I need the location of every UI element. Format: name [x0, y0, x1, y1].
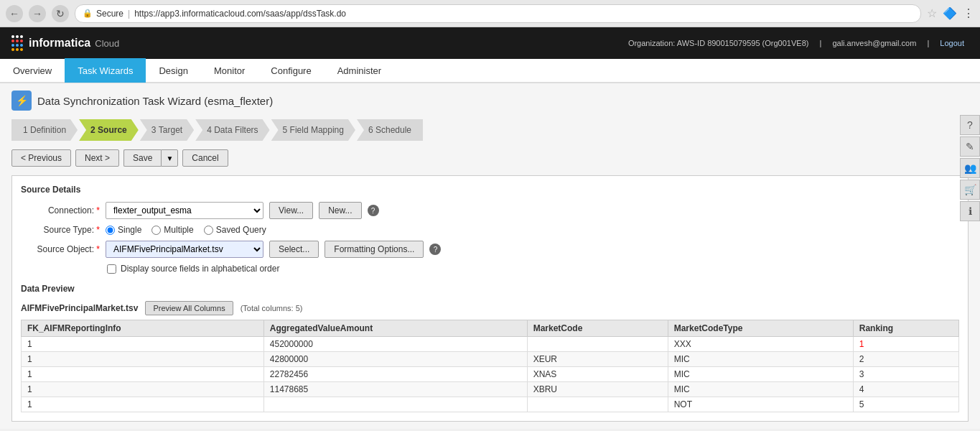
- step-data-filters[interactable]: 4 Data Filters: [195, 119, 269, 141]
- reload-button[interactable]: ↻: [52, 5, 69, 22]
- col-header-market-code-type: MarketCodeType: [668, 320, 853, 337]
- help-sidebar-icon[interactable]: ?: [960, 115, 980, 135]
- table-row: 142800000XEURMIC2: [22, 352, 959, 367]
- table-cell: XEUR: [527, 352, 668, 367]
- col-header-fk: FK_AIFMReportingInfo: [22, 320, 264, 337]
- table-row: 111478685XBRUMIC4: [22, 382, 959, 397]
- source-type-label: Source Type: *: [21, 225, 100, 235]
- lock-icon: 🔒: [83, 9, 93, 18]
- step-schedule[interactable]: 6 Schedule: [357, 119, 423, 141]
- bookmark-icon[interactable]: ☆: [927, 6, 937, 20]
- logo-name: informatica: [29, 37, 90, 50]
- table-cell: 11478685: [263, 382, 527, 397]
- table-cell: 1: [22, 337, 264, 352]
- content-panel: Source Details Connection: * flexter_out…: [11, 175, 969, 422]
- save-button-group: Save ▼: [123, 149, 178, 167]
- formatting-options-button[interactable]: Formatting Options...: [325, 241, 424, 258]
- data-preview-section: Data Preview AIFMFivePrincipalMarket.tsv…: [21, 284, 959, 412]
- connection-row: Connection: * flexter_output_esma View..…: [21, 202, 959, 219]
- col-header-ranking: Ranking: [853, 320, 958, 337]
- secure-label: Secure: [96, 9, 123, 19]
- logo-area: informatica Cloud: [11, 35, 119, 51]
- connection-help-icon[interactable]: ?: [368, 205, 379, 216]
- step-target[interactable]: 3 Target: [140, 119, 194, 141]
- table-cell: MIC: [668, 382, 853, 397]
- url-text: https://app3.informaticacloud.com/saas/a…: [134, 9, 346, 19]
- step-definition[interactable]: 1 Definition: [11, 119, 78, 141]
- col-header-market-code: MarketCode: [527, 320, 668, 337]
- logo-dots: [11, 35, 24, 51]
- table-cell: 42800000: [263, 352, 527, 367]
- preview-all-columns-button[interactable]: Preview All Columns: [145, 301, 233, 315]
- user-email: gali.anvesh@gmail.com: [832, 39, 916, 47]
- table-cell: 1: [22, 397, 264, 412]
- edit-sidebar-icon[interactable]: ✎: [960, 136, 980, 157]
- toolbar: < Previous Next > Save ▼ Cancel: [11, 149, 969, 167]
- cancel-button[interactable]: Cancel: [182, 149, 228, 167]
- table-cell: [263, 397, 527, 412]
- org-info: Organization: AWS-ID 890015079595 (Org00…: [628, 39, 809, 47]
- connection-view-button[interactable]: View...: [269, 202, 313, 219]
- table-cell: 452000000: [263, 337, 527, 352]
- address-bar[interactable]: 🔒 Secure | https://app3.informaticacloud…: [75, 4, 921, 23]
- right-sidebar: ? ✎ 👥 🛒 ℹ: [960, 115, 980, 221]
- table-cell: 22782456: [263, 367, 527, 382]
- nav-design[interactable]: Design: [146, 58, 200, 83]
- alphabetical-label: Display source fields in alphabetical or…: [121, 264, 279, 274]
- forward-button[interactable]: →: [29, 5, 46, 22]
- next-button[interactable]: Next >: [75, 149, 119, 167]
- logout-link[interactable]: Logout: [940, 39, 964, 47]
- data-preview-title: Data Preview: [21, 284, 959, 294]
- step-field-mapping[interactable]: 5 Field Mapping: [271, 119, 355, 141]
- select-button[interactable]: Select...: [269, 241, 319, 258]
- table-cell: [527, 337, 668, 352]
- table-cell: 1: [22, 352, 264, 367]
- table-row: 122782456XNASMIC3: [22, 367, 959, 382]
- nav-task-wizards[interactable]: Task Wizards: [65, 58, 146, 83]
- connection-select[interactable]: flexter_output_esma: [106, 202, 263, 219]
- table-cell: MIC: [668, 367, 853, 382]
- nav-overview[interactable]: Overview: [0, 58, 65, 83]
- table-cell: 2: [853, 352, 958, 367]
- preview-filename: AIFMFivePrincipalMarket.tsv: [21, 303, 138, 313]
- table-row: 1452000000XXX1: [22, 337, 959, 352]
- nav-administer[interactable]: Administer: [325, 58, 394, 83]
- table-cell: 4: [853, 382, 958, 397]
- users-sidebar-icon[interactable]: 👥: [960, 158, 980, 178]
- menu-icon[interactable]: ⋮: [963, 6, 974, 20]
- previous-button[interactable]: < Previous: [11, 149, 71, 167]
- table-cell: 3: [853, 367, 958, 382]
- source-type-radio-group: Single Multiple Saved Query: [106, 225, 266, 235]
- source-object-select[interactable]: AIFMFivePrincipalMarket.tsv: [106, 241, 263, 258]
- radio-single[interactable]: Single: [106, 225, 141, 235]
- nav-configure[interactable]: Configure: [258, 58, 324, 83]
- back-button[interactable]: ←: [6, 5, 23, 22]
- nav-menu: Overview Task Wizards Design Monitor Con…: [0, 59, 980, 83]
- wizard-steps: 1 Definition 2 Source 3 Target 4 Data Fi…: [11, 119, 969, 141]
- extension-icon[interactable]: 🔷: [943, 6, 957, 20]
- total-columns-info: (Total columns: 5): [241, 304, 303, 312]
- save-button[interactable]: Save: [123, 149, 161, 167]
- source-object-row: Source Object: * AIFMFivePrincipalMarket…: [21, 241, 959, 258]
- nav-monitor[interactable]: Monitor: [201, 58, 258, 83]
- info-sidebar-icon[interactable]: ℹ: [960, 201, 980, 221]
- connection-new-button[interactable]: New...: [319, 202, 361, 219]
- table-cell: MIC: [668, 352, 853, 367]
- cart-sidebar-icon[interactable]: 🛒: [960, 180, 980, 200]
- table-cell: XXX: [668, 337, 853, 352]
- table-cell: XNAS: [527, 367, 668, 382]
- connection-label: Connection: *: [21, 205, 100, 216]
- source-object-help-icon[interactable]: ?: [429, 244, 441, 255]
- table-cell: NOT: [668, 397, 853, 412]
- logo-cloud: Cloud: [95, 38, 119, 49]
- task-icon: ⚡: [11, 91, 32, 111]
- source-type-row: Source Type: * Single Multiple Saved Que…: [21, 225, 959, 235]
- save-dropdown-arrow[interactable]: ▼: [161, 149, 178, 167]
- table-cell: 1: [853, 337, 958, 352]
- step-source[interactable]: 2 Source: [79, 119, 139, 141]
- radio-saved-query[interactable]: Saved Query: [204, 225, 266, 235]
- radio-multiple[interactable]: Multiple: [151, 225, 193, 235]
- alphabetical-checkbox[interactable]: [107, 264, 116, 274]
- table-cell: 1: [22, 367, 264, 382]
- header-info: Organization: AWS-ID 890015079595 (Org00…: [624, 39, 969, 47]
